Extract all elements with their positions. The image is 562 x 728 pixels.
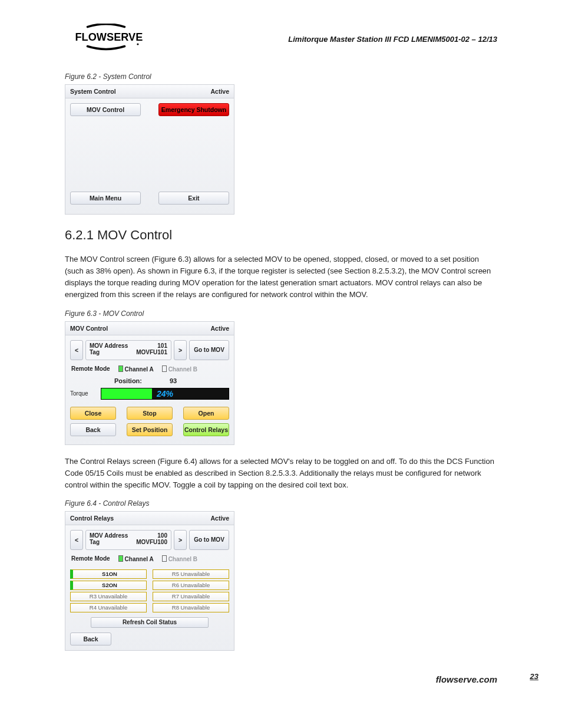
prev-mov-button[interactable]: < — [70, 340, 83, 360]
panel-status: Active — [210, 515, 229, 522]
next-mov-button[interactable]: > — [174, 340, 187, 360]
refresh-coil-status-button[interactable]: Refresh Coil Status — [91, 617, 209, 628]
close-button[interactable]: Close — [70, 407, 116, 420]
next-mov-button[interactable]: > — [174, 530, 187, 550]
relay-r3[interactable]: R3 Unavailable — [70, 592, 147, 601]
paragraph-2: The Control Relays screen (Figure 6.4) a… — [65, 456, 497, 491]
relay-r8[interactable]: R8 Unavailable — [153, 603, 229, 612]
channel-a-indicator: Channel A — [118, 555, 154, 562]
back-button[interactable]: Back — [70, 633, 111, 645]
torque-label: Torque — [70, 390, 97, 397]
section-heading: 6.2.1 MOV Control — [65, 228, 497, 243]
relay-s2[interactable]: S2ON — [70, 581, 147, 590]
addr-value: 100 — [157, 532, 167, 539]
figure-6-2-panel: System Control Active MOV Control Emerge… — [65, 84, 234, 215]
open-button[interactable]: Open — [183, 407, 229, 420]
tag-value: MOVFU100 — [136, 539, 167, 545]
page-number: 23 — [530, 672, 538, 681]
mov-control-button[interactable]: MOV Control — [70, 103, 141, 116]
prev-mov-button[interactable]: < — [70, 530, 83, 550]
channel-a-indicator: Channel A — [118, 365, 154, 373]
indicator-on-icon — [118, 365, 123, 372]
set-position-button[interactable]: Set Position — [127, 423, 173, 436]
main-menu-button[interactable]: Main Menu — [70, 192, 141, 205]
emergency-shutdown-button[interactable]: Emergency Shutdown — [158, 103, 229, 116]
panel-title: MOV Control — [70, 325, 108, 332]
indicator-off-icon — [162, 365, 167, 372]
svg-point-1 — [137, 43, 138, 45]
channel-b-indicator: Channel B — [162, 555, 197, 562]
tag-label: Tag — [90, 539, 100, 545]
relay-r5[interactable]: R5 Unavailable — [153, 569, 229, 579]
relay-r4[interactable]: R4 Unavailable — [70, 603, 147, 612]
relay-r6[interactable]: R6 Unavailable — [153, 581, 229, 590]
panel-status: Active — [210, 88, 229, 95]
flowserve-logo: FLOWSERVE — [65, 24, 147, 55]
tag-label: Tag — [90, 349, 100, 355]
channel-b-indicator: Channel B — [162, 365, 197, 373]
figure-6-3-panel: MOV Control Active < MOV Address101 TagM… — [65, 321, 234, 445]
document-title: Limitorque Master Station III FCD LMENIM… — [288, 35, 497, 44]
position-label: Position: — [114, 377, 142, 384]
remote-mode-label: Remote Mode — [71, 365, 110, 373]
stop-button[interactable]: Stop — [127, 407, 173, 420]
addr-label: MOV Address — [90, 532, 128, 539]
figure-6-4-caption: Figure 6.4 - Control Relays — [65, 499, 497, 508]
svg-text:FLOWSERVE: FLOWSERVE — [75, 31, 143, 43]
remote-mode-label: Remote Mode — [71, 555, 110, 562]
torque-percent: 24% — [101, 388, 229, 399]
figure-6-3-caption: Figure 6.3 - MOV Control — [65, 309, 497, 318]
addr-value: 101 — [157, 342, 167, 349]
figure-6-2-caption: Figure 6.2 - System Control — [65, 73, 497, 81]
mov-address-box: MOV Address101 TagMOVFU101 — [85, 340, 171, 360]
panel-status: Active — [210, 325, 229, 332]
relay-r7[interactable]: R7 Unavailable — [153, 592, 229, 601]
indicator-on-icon — [118, 555, 123, 562]
addr-label: MOV Address — [90, 342, 128, 349]
goto-mov-button[interactable]: Go to MOV — [189, 340, 229, 360]
page-header: FLOWSERVE Limitorque Master Station III … — [65, 24, 497, 55]
panel-title: Control Relays — [70, 515, 114, 522]
tag-value: MOVFU101 — [136, 349, 167, 355]
goto-mov-button[interactable]: Go to MOV — [189, 530, 229, 550]
torque-bar: 24% — [101, 388, 229, 400]
exit-button[interactable]: Exit — [158, 192, 229, 205]
mov-address-box: MOV Address100 TagMOVFU100 — [85, 530, 171, 550]
figure-6-4-panel: Control Relays Active < MOV Address100 T… — [65, 511, 234, 651]
control-relays-button[interactable]: Control Relays — [183, 423, 229, 436]
footer-url: flowserve.com — [0, 674, 562, 684]
paragraph-1: The MOV Control screen (Figure 6.3) allo… — [65, 253, 497, 301]
back-button[interactable]: Back — [70, 423, 116, 436]
indicator-off-icon — [162, 555, 167, 562]
position-value: 93 — [161, 377, 185, 384]
relay-s1[interactable]: S1ON — [70, 569, 147, 579]
panel-title: System Control — [70, 88, 116, 95]
